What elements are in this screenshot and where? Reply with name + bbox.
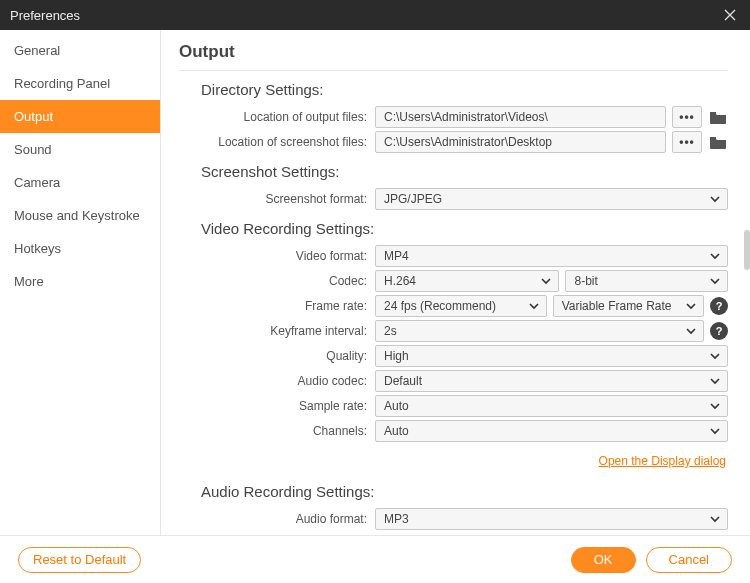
page-title: Output: [179, 42, 728, 62]
chevron-down-icon: [685, 300, 697, 312]
label-channels: Channels:: [179, 424, 375, 438]
chevron-down-icon: [685, 325, 697, 337]
audio-codec-select[interactable]: Default: [375, 370, 728, 392]
section-heading-screenshot: Screenshot Settings:: [201, 163, 728, 180]
label-audio-codec: Audio codec:: [179, 374, 375, 388]
chevron-down-icon: [709, 250, 721, 262]
label-screenshot-location: Location of screenshot files:: [179, 135, 375, 149]
sidebar-item-general[interactable]: General: [0, 34, 160, 67]
label-framerate: Frame rate:: [179, 299, 375, 313]
sidebar-item-sound[interactable]: Sound: [0, 133, 160, 166]
window-title: Preferences: [10, 8, 80, 23]
divider: [179, 70, 728, 71]
ok-button[interactable]: OK: [571, 547, 636, 573]
label-video-format: Video format:: [179, 249, 375, 263]
sidebar-item-label: Sound: [14, 142, 52, 157]
label-codec: Codec:: [179, 274, 375, 288]
label-output-location: Location of output files:: [179, 110, 375, 124]
section-heading-audio: Audio Recording Settings:: [201, 483, 728, 500]
close-icon: [724, 9, 736, 21]
close-button[interactable]: [720, 5, 740, 25]
folder-icon: [709, 110, 727, 124]
chevron-down-icon: [709, 275, 721, 287]
reset-to-default-button[interactable]: Reset to Default: [18, 547, 141, 573]
audio-format-select[interactable]: MP3: [375, 508, 728, 530]
framerate-help-button[interactable]: ?: [710, 297, 728, 315]
open-display-dialog-link[interactable]: Open the Display dialog: [599, 454, 726, 468]
channels-select[interactable]: Auto: [375, 420, 728, 442]
framerate-mode-select[interactable]: Variable Frame Rate: [553, 295, 704, 317]
bit-depth-select[interactable]: 8-bit: [565, 270, 728, 292]
label-quality: Quality:: [179, 349, 375, 363]
sidebar-item-label: Hotkeys: [14, 241, 61, 256]
label-screenshot-format: Screenshot format:: [179, 192, 375, 206]
framerate-select[interactable]: 24 fps (Recommend): [375, 295, 547, 317]
chevron-down-icon: [709, 400, 721, 412]
sidebar: General Recording Panel Output Sound Cam…: [0, 30, 160, 535]
chevron-down-icon: [709, 193, 721, 205]
sidebar-item-more[interactable]: More: [0, 265, 160, 298]
screenshot-format-select[interactable]: JPG/JPEG: [375, 188, 728, 210]
svg-rect-1: [710, 137, 716, 139]
sidebar-item-label: General: [14, 43, 60, 58]
sidebar-item-camera[interactable]: Camera: [0, 166, 160, 199]
codec-select[interactable]: H.264: [375, 270, 559, 292]
footer: Reset to Default OK Cancel: [0, 535, 750, 583]
sidebar-item-label: More: [14, 274, 44, 289]
folder-icon: [709, 135, 727, 149]
main-panel: Output Directory Settings: Location of o…: [161, 30, 750, 535]
sidebar-item-label: Mouse and Keystroke: [14, 208, 140, 223]
sidebar-item-hotkeys[interactable]: Hotkeys: [0, 232, 160, 265]
chevron-down-icon: [709, 425, 721, 437]
open-output-folder-button[interactable]: [708, 107, 728, 127]
quality-select[interactable]: High: [375, 345, 728, 367]
browse-output-button[interactable]: •••: [672, 106, 702, 128]
label-audio-format: Audio format:: [179, 512, 375, 526]
chevron-down-icon: [709, 375, 721, 387]
browse-screenshot-button[interactable]: •••: [672, 131, 702, 153]
titlebar: Preferences: [0, 0, 750, 30]
scrollbar[interactable]: [744, 230, 750, 270]
sidebar-item-label: Camera: [14, 175, 60, 190]
open-screenshot-folder-button[interactable]: [708, 132, 728, 152]
chevron-down-icon: [540, 275, 552, 287]
section-heading-directory: Directory Settings:: [201, 81, 728, 98]
sample-rate-select[interactable]: Auto: [375, 395, 728, 417]
screenshot-location-field[interactable]: C:\Users\Administrator\Desktop: [375, 131, 666, 153]
label-keyframe: Keyframe interval:: [179, 324, 375, 338]
label-sample-rate: Sample rate:: [179, 399, 375, 413]
chevron-down-icon: [709, 513, 721, 525]
sidebar-item-label: Output: [14, 109, 53, 124]
chevron-down-icon: [528, 300, 540, 312]
sidebar-item-mouse-keystroke[interactable]: Mouse and Keystroke: [0, 199, 160, 232]
sidebar-item-recording-panel[interactable]: Recording Panel: [0, 67, 160, 100]
svg-rect-0: [710, 112, 716, 114]
keyframe-help-button[interactable]: ?: [710, 322, 728, 340]
chevron-down-icon: [709, 350, 721, 362]
cancel-button[interactable]: Cancel: [646, 547, 732, 573]
keyframe-interval-select[interactable]: 2s: [375, 320, 704, 342]
sidebar-item-output[interactable]: Output: [0, 100, 160, 133]
output-location-field[interactable]: C:\Users\Administrator\Videos\: [375, 106, 666, 128]
sidebar-item-label: Recording Panel: [14, 76, 110, 91]
section-heading-video: Video Recording Settings:: [201, 220, 728, 237]
video-format-select[interactable]: MP4: [375, 245, 728, 267]
